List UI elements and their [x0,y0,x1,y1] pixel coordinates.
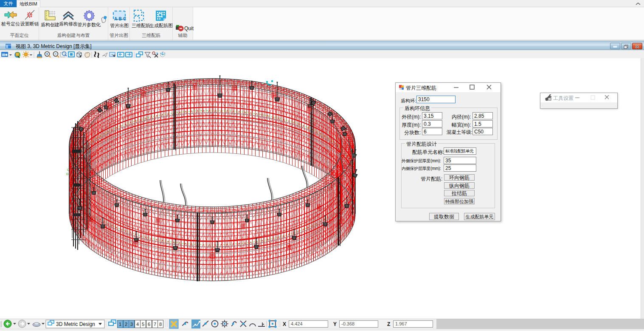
svg-text:3D Metric Design: 3D Metric Design [56,321,95,327]
svg-text:A-B-C: A-B-C [114,17,126,21]
svg-text:C: C [67,168,69,171]
svg-text:D: D [66,173,68,175]
